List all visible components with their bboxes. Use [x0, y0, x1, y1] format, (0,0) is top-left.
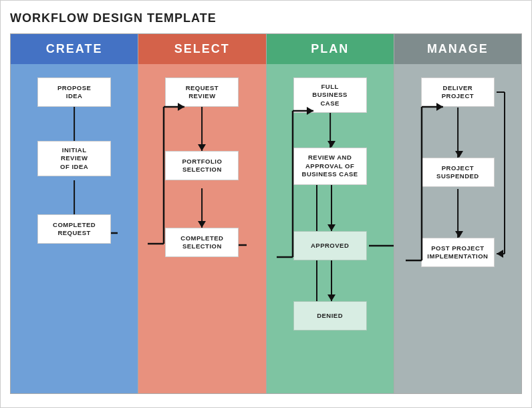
outer-container: WORKFLOW DESIGN TEMPLATE CREATE PROPOSEI…	[0, 0, 532, 408]
box-portfolio-selection: PORTFOLIOSELECTION	[165, 151, 239, 180]
svg-marker-21	[455, 151, 463, 158]
col-body-plan: FULLBUSINESSCASE REVIEW ANDAPPROVAL OFBU…	[267, 64, 394, 393]
col-body-select: REQUESTREVIEW PORTFOLIOSELECTION COMPLET…	[138, 64, 265, 393]
box-review-approval: REVIEW ANDAPPROVAL OFBUSINESS CASE	[293, 148, 367, 185]
col-header-select: SELECT	[138, 34, 265, 64]
col-header-plan: PLAN	[267, 34, 394, 64]
col-body-create: PROPOSEIDEA INITIALREVIEWOF IDEA COMPLET…	[11, 64, 138, 393]
svg-marker-11	[327, 141, 336, 148]
box-completed-selection: COMPLETEDSELECTION	[165, 228, 239, 257]
box-initial-review: INITIALREVIEWOF IDEA	[37, 141, 111, 176]
col-header-manage: MANAGE	[394, 34, 521, 64]
plan-arrows	[267, 64, 394, 393]
box-deliver-project: DELIVERPROJECT	[421, 77, 495, 107]
svg-marker-19	[327, 294, 336, 301]
svg-marker-25	[497, 250, 503, 258]
page-title: WORKFLOW DESIGN TEMPLATE	[10, 11, 522, 25]
col-header-create: CREATE	[11, 34, 138, 64]
manage-arrows	[394, 64, 521, 393]
column-select: SELECT REQUESTREVIEW PORTFOLIOSELECTION …	[138, 34, 266, 393]
svg-marker-13	[327, 224, 336, 231]
box-denied: DENIED	[293, 301, 367, 331]
column-create: CREATE PROPOSEIDEA INITIALREVIEWOF IDEA …	[11, 34, 138, 393]
svg-marker-8	[198, 221, 206, 228]
column-manage: MANAGE DELIVERPROJECT PROJECTSUSPENDED P…	[394, 34, 521, 393]
box-approved: APPROVED	[293, 231, 367, 260]
box-completed-request: COMPLETEDREQUEST	[37, 214, 111, 244]
svg-marker-6	[198, 144, 206, 151]
box-project-suspended: PROJECTSUSPENDED	[421, 158, 495, 187]
box-full-business-case: FULLBUSINESSCASE	[293, 77, 367, 113]
column-plan: PLAN FULLBUSINESSCASE REVIEW ANDAPPROVAL…	[267, 34, 394, 393]
box-propose-idea: PROPOSEIDEA	[37, 77, 111, 107]
box-request-review: REQUESTREVIEW	[165, 77, 239, 107]
box-post-project: POST PROJECTIMPLEMENTATION	[421, 238, 495, 267]
col-body-manage: DELIVERPROJECT PROJECTSUSPENDED POST PRO…	[394, 64, 521, 393]
svg-marker-27	[455, 231, 463, 238]
workflow-grid: CREATE PROPOSEIDEA INITIALREVIEWOF IDEA …	[10, 33, 522, 394]
